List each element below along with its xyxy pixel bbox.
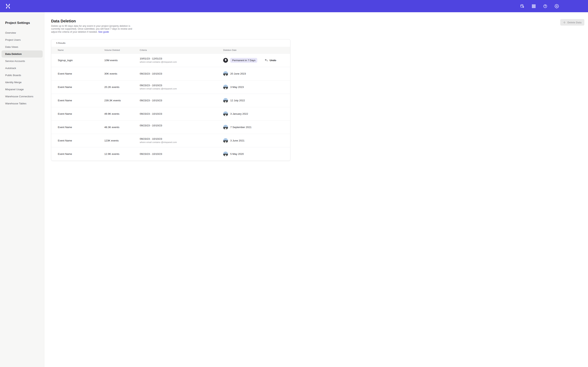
column-header-name: Name [58,49,104,51]
row-volume: 239.3K events [104,99,140,102]
deletion-date-text: 7 September 2021 [230,126,251,129]
column-header-criteria: Criteria [140,49,223,51]
table-row: Event Name239.3K events09/23/23 - 10/10/… [51,94,290,107]
sidebar-item-overview[interactable]: Overview [1,29,43,36]
criteria-date-range: 09/23/23 - 10/10/23 [140,137,223,140]
sidebar-item-warehouse-tables[interactable]: Warehouse Tables [1,100,43,107]
see-guide-link[interactable]: See guide [98,31,109,33]
user-avatar [223,151,228,156]
user-avatar [223,125,228,130]
row-criteria: 09/23/23 - 10/10/23 [140,99,223,102]
deletion-date-text: 20 June 2023 [230,72,246,75]
main-content: Data Deletion Delete up to 90 days data … [44,12,294,184]
user-avatar [223,58,228,63]
row-criteria: 09/23/23 - 10/10/23where email contains … [140,137,223,144]
table-body: Signup_login10M events10/01/23 - 12/01/2… [51,53,290,161]
sidebar-item-public-boards[interactable]: Public Boards [1,72,43,79]
row-name: Event Name [58,139,104,142]
row-name: Signup_login [58,59,104,62]
mixpanel-logo[interactable] [5,3,11,9]
topbar [0,0,294,12]
sidebar-item-mixpanel-usage[interactable]: Mixpanel Usage [1,86,43,93]
row-volume: 48.3K events [104,126,140,129]
user-avatar [223,85,228,90]
user-avatar [223,111,228,116]
table-row: Event Name12.9K events09/23/23 - 10/10/2… [51,147,290,161]
deletion-date-text: 3 June 2021 [230,139,244,142]
sidebar-item-autotrack[interactable]: Autotrack [1,65,43,72]
row-criteria: 09/23/23 - 10/10/23 [140,152,223,155]
criteria-filter: where email contains @mixpanel.com [140,141,223,144]
criteria-filter: where email contains @mixpanel.com [140,88,223,90]
undo-icon [265,59,268,62]
undo-label: Undo [269,59,276,62]
user-avatar [223,71,228,76]
user-avatar [223,138,228,143]
deletion-date-text: 3 May 2023 [230,86,244,89]
page-header: Data Deletion Delete up to 90 days data … [44,12,294,33]
criteria-date-range: 09/23/23 - 10/10/23 [140,152,223,155]
row-volume: 49.9K events [104,112,140,115]
row-deletion-date: 3 June 2021 [223,138,290,143]
table-row: Signup_login10M events10/01/23 - 12/01/2… [51,53,290,67]
row-volume: 10M events [104,59,140,62]
row-name: Event Name [58,86,104,89]
sidebar-item-identity-merge[interactable]: Identity Merge [1,79,43,86]
sidebar-item-data-deletion[interactable]: Data Deletion [1,50,43,58]
page-description: Delete up to 90 days data for any event … [51,25,137,33]
row-deletion-date: 20 June 2023 [223,71,290,76]
table-row: Event Name48.3K events09/23/23 - 10/10/2… [51,120,290,134]
sidebar-heading: Project Settings [5,21,44,25]
column-header-volume-deleted: Volume Deleted [104,49,140,51]
row-criteria: 09/23/23 - 10/10/23 [140,112,223,115]
row-deletion-date: 5 May 2020 [223,151,290,156]
row-deletion-date: 12 July 2022 [223,98,290,103]
deletions-table-card: 5 Results NameVolume DeletedCriteriaDele… [51,39,290,161]
page-title: Data Deletion [51,19,294,23]
deletion-date-text: 5 May 2020 [230,152,244,155]
deletion-date-text: 12 July 2022 [230,99,245,102]
sidebar-item-service-accounts[interactable]: Service Accounts [1,58,43,65]
table-row: Event Name123K events09/23/23 - 10/10/23… [51,134,290,147]
sidebar-nav: OverviewProject UsersData ViewsData Dele… [0,29,44,107]
project-settings-sidebar: Project Settings OverviewProject UsersDa… [0,12,44,184]
row-criteria: 09/23/23 - 10/10/23 [140,72,223,75]
table-row: Event Name20.2K events09/23/23 - 10/10/2… [51,80,290,94]
sidebar-item-data-views[interactable]: Data Views [1,43,43,50]
row-volume: 30K events [104,72,140,75]
row-criteria: 09/23/23 - 10/10/23where email contains … [140,84,223,90]
row-deletion-date: 3 May 2023 [223,85,290,90]
criteria-filter [140,128,223,130]
user-avatar [223,98,228,103]
column-header-deletion-date: Deletion Date [223,49,290,51]
undo-button[interactable]: Undo [265,59,276,62]
criteria-date-range: 09/23/23 - 10/10/23 [140,112,223,115]
row-name: Event Name [58,112,104,115]
criteria-date-range: 09/23/23 - 10/10/23 [140,124,223,127]
criteria-date-range: 10/01/23 - 12/01/23 [140,57,223,60]
deletion-date-text: 3 January 2022 [230,112,248,115]
row-name: Event Name [58,99,104,102]
row-name: Event Name [58,126,104,129]
row-deletion-date: 7 September 2021 [223,125,290,130]
sidebar-item-warehouse-connections[interactable]: Warehouse Connections [1,93,43,100]
row-criteria: 10/01/23 - 12/01/23where email contains … [140,57,223,63]
row-volume: 20.2K events [104,86,140,89]
table-row: Event Name30K events09/23/23 - 10/10/23 … [51,67,290,80]
results-count: 5 Results [51,39,290,47]
sidebar-item-project-users[interactable]: Project Users [1,36,43,43]
criteria-date-range: 09/23/23 - 10/10/23 [140,72,223,75]
pending-deletion-badge: Permanent in 7 Days [230,58,257,63]
row-deletion-date: Permanent in 7 Days Undo [223,58,290,63]
row-volume: 123K events [104,139,140,142]
row-criteria: 09/23/23 - 10/10/23 [140,124,223,130]
table-row: Event Name49.9K events09/23/23 - 10/10/2… [51,107,290,120]
row-volume: 12.9K events [104,152,140,155]
criteria-date-range: 09/23/23 - 10/10/23 [140,84,223,87]
row-name: Event Name [58,72,104,75]
criteria-date-range: 09/23/23 - 10/10/23 [140,99,223,102]
table-header-row: NameVolume DeletedCriteriaDeletion Date [51,47,290,53]
row-deletion-date: 3 January 2022 [223,111,290,116]
row-name: Event Name [58,152,104,155]
criteria-filter: where email contains @mixpanel.com [140,61,223,63]
